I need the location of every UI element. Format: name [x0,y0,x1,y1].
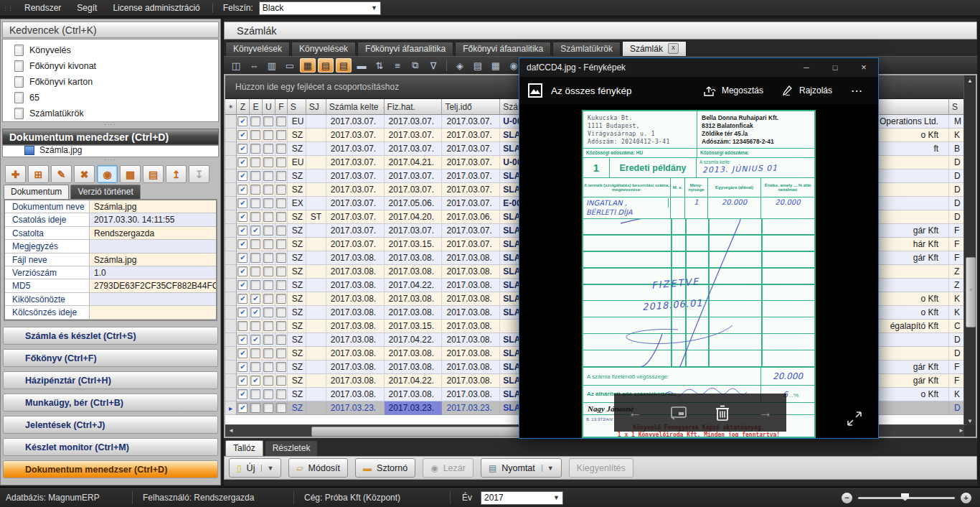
checkbox-z[interactable]: ✔ [237,403,248,413]
checkbox-e[interactable] [250,116,260,126]
property-value[interactable]: 2793DE63F2CF35CF882B44FCCA4 [90,279,216,292]
checkbox-u[interactable] [263,144,273,154]
scroll-left-icon[interactable]: ◄ [225,425,237,437]
accordion-item-5[interactable]: Készlet monitor (Ctrl+M) [3,438,218,456]
checkbox-z[interactable]: ✔ [237,280,248,290]
checkbox-e[interactable] [250,185,260,195]
tree-item-szamla-jpg[interactable]: Számla.jpg [3,145,218,156]
dropdown-arrow-icon[interactable]: ▼ [261,465,273,472]
checkbox-z[interactable]: ✔ [237,130,248,140]
checkbox-f[interactable] [276,294,286,304]
checkbox-f[interactable] [276,144,286,154]
checkbox-f[interactable] [276,348,286,358]
checkbox-z[interactable]: ✔ [237,266,248,276]
checkbox-z[interactable]: ✔ [237,185,248,195]
previous-photo-icon[interactable]: ← [628,404,642,421]
doc-manager-header[interactable]: Dokumentum menedzser (Ctrl+D) [2,129,219,145]
checkbox-e[interactable]: ✔ [250,376,260,386]
band-header-button[interactable]: ▤ [318,58,334,73]
checkbox-f[interactable] [276,239,286,249]
year-select[interactable]: 2017 ▼ [481,491,563,505]
checkbox-z[interactable] [237,321,248,331]
checkbox-f[interactable] [276,225,286,236]
grid-lines-button[interactable]: ▦ [300,58,316,73]
share-button[interactable]: Megosztás [698,85,769,96]
doc-tab-1[interactable]: Verzió történet [70,185,140,199]
checkbox-f[interactable] [276,212,286,222]
checkbox-e[interactable] [250,266,260,276]
main-tab-3[interactable]: Főkönyvi áfaanalitika [455,42,551,56]
checkbox-z[interactable]: ✔ [237,348,248,358]
checkbox-f[interactable] [276,171,286,181]
print-button[interactable]: ▤ [143,165,164,183]
property-value[interactable]: 1.0 [90,266,216,279]
checkbox-e[interactable] [250,212,260,222]
scroll-up-icon[interactable]: ▲ [964,75,976,86]
zoom-out-button[interactable]: − [842,493,852,503]
save-button[interactable]: ▦ [120,165,141,183]
checkbox-e[interactable] [250,362,260,372]
property-value[interactable]: 2017.03.30. 14:11:55 [90,213,216,225]
checkbox-e[interactable] [250,198,260,208]
column-header-z[interactable]: Z [237,99,250,115]
view-tab-1[interactable]: Részletek [265,440,319,456]
checkbox-e[interactable]: ✔ [250,225,260,236]
accordion-item-6[interactable]: Dokumentum menedzser (Ctrl+D) [3,460,218,478]
main-tab-0[interactable]: Könyvelések [225,42,290,56]
export-text-button[interactable]: ▤ [470,58,486,73]
column-header-sj[interactable]: SJ [306,99,326,115]
checkbox-z[interactable]: ✔ [237,294,248,304]
accordion-item-1[interactable]: Főkönyv (Ctrl+F) [3,349,218,367]
doc-tab-0[interactable]: Dokumentum [4,185,69,199]
checkbox-f[interactable] [276,376,286,386]
checkbox-u[interactable] [263,239,273,249]
column-header-ind[interactable]: ∗ [225,99,237,115]
property-value[interactable]: Számla.jpg [90,254,216,266]
sort-button[interactable]: ⇅ [372,58,387,73]
view-tab-0[interactable]: Tallóz [225,440,263,456]
skin-select[interactable]: Black ▼ [259,1,381,15]
checkbox-e[interactable]: ✔ [250,335,260,345]
main-tab-2[interactable]: Főkönyvi áfaanalitika [357,42,453,56]
checkbox-z[interactable]: ✔ [237,362,248,372]
zoom-slider-track[interactable] [858,497,955,499]
checkbox-f[interactable] [276,280,286,290]
row-indicator-button[interactable]: ▭ [282,58,298,73]
delete-button[interactable]: ✖ [74,165,95,183]
slideshow-icon[interactable] [670,406,687,420]
checkbox-u[interactable] [263,376,273,386]
m-dos-t-button[interactable]: ▱Módosít [288,458,348,478]
checkbox-u[interactable] [263,253,273,263]
checkbox-u[interactable] [263,171,273,181]
vertical-scrollbar[interactable]: ▲ ≡ ▼ [963,75,976,427]
close-button[interactable]: × [849,58,878,77]
edit-button[interactable]: ✎ [51,165,72,183]
splitter-handle[interactable]: ∙∙∙∙ [2,158,219,164]
checkbox-e[interactable]: ✔ [250,307,260,317]
checkbox-f[interactable] [276,185,286,195]
checkbox-u[interactable] [263,185,273,195]
resize-columns-button[interactable]: ⇔ [246,58,262,73]
favorites-item[interactable]: Számlatükrök [3,106,218,121]
column-header-telj[interactable]: Telj.idő [442,99,500,115]
upload-button[interactable]: ↥ [166,165,187,183]
checkbox-f[interactable] [276,266,286,276]
menu-item-2[interactable]: License adminisztráció [105,3,207,13]
favorites-header[interactable]: Kedvencek (Ctrl+K) [2,22,219,38]
zoom-in-button[interactable]: + [961,493,971,503]
close-tab-icon[interactable]: x [668,43,679,54]
checkbox-u[interactable] [263,294,273,304]
accordion-item-4[interactable]: Jelentések (Ctrl+J) [3,416,218,434]
checkbox-f[interactable] [276,157,286,167]
checkbox-z[interactable]: ✔ [237,253,248,263]
checkbox-z[interactable]: ✔ [237,157,248,167]
add-document-button[interactable]: ✚ [5,165,26,183]
menu-item-0[interactable]: Rendszer [17,3,69,13]
checkbox-f[interactable] [276,335,286,345]
checkbox-z[interactable]: ✔ [237,239,248,249]
main-tab-5[interactable]: Számlákx [622,41,687,56]
checkbox-z[interactable]: ✔ [237,307,248,317]
checkbox-f[interactable] [276,130,286,140]
checkbox-e[interactable] [250,253,260,263]
main-tab-4[interactable]: Számlatükrök [552,42,621,56]
